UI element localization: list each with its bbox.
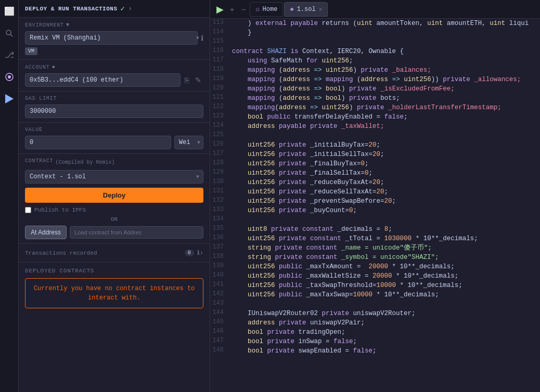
account-section: ACCOUNT ● 0x5B3...eddC4 (100 ether) ⎘ ✎: [19, 60, 210, 92]
line-content: uint256 private _finalBuyTax=0;: [232, 159, 536, 168]
search-icon[interactable]: [2, 26, 17, 41]
line-content: IUniswapV2Router02 private uniswapV2Rout…: [232, 309, 536, 318]
table-row: 133 uint256 private _buyCount=0;: [210, 206, 540, 215]
source-control-icon[interactable]: ⎇: [2, 48, 17, 62]
line-number: 147: [210, 337, 232, 344]
table-row: 114 }: [210, 28, 540, 37]
account-info-icon[interactable]: ●: [52, 64, 56, 70]
tab-file-label: 1.sol: [297, 6, 316, 13]
table-row: 148 bool private swapEnabled = false;: [210, 346, 540, 356]
table-row: 145 address private uniswapV2Pair;: [210, 318, 540, 328]
value-input[interactable]: [25, 136, 171, 149]
line-content: uint256 private _reduceSellTaxAt=20;: [232, 187, 536, 197]
line-number: 142: [210, 290, 232, 297]
editor-area: ▶ + − ⌂ Home ◈ 1.sol ✕ 113 ) external pa…: [210, 0, 540, 392]
icon-bar: ⬜ ⎇: [0, 0, 19, 392]
deploy-icon[interactable]: [2, 92, 17, 106]
copy-account-btn[interactable]: ⎘: [183, 75, 191, 85]
env-select[interactable]: Remix VM (Shanghai): [25, 31, 198, 45]
account-select[interactable]: 0x5B3...eddC4 (100 ether): [25, 73, 181, 87]
line-content: uint256 public _maxTxAmount = 20000 * 10…: [232, 262, 536, 271]
home-icon: ⌂: [255, 6, 259, 13]
table-row: 141 uint256 public _taxSwapThreshold=100…: [210, 281, 540, 290]
line-number: 117: [210, 56, 232, 63]
line-number: 134: [210, 215, 232, 223]
plugin-icon[interactable]: [2, 70, 17, 84]
line-number: 133: [210, 206, 232, 213]
line-content: bool private swapEnabled = false;: [232, 346, 536, 356]
table-row: 122 mapping(address => uint256) private …: [210, 103, 540, 112]
code-container[interactable]: 113 ) external payable returns (uint amo…: [210, 19, 540, 392]
line-content: uint256 private _preventSwapBefore=20;: [232, 197, 536, 206]
tab-file[interactable]: ◈ 1.sol ✕: [284, 2, 328, 17]
table-row: 123 bool public transferDelayEnabled = f…: [210, 112, 540, 122]
line-content: using SafeMath for uint256;: [232, 56, 536, 66]
line-number: 113: [210, 19, 232, 26]
table-row: 129 uint256 private _finalSellTax=0;: [210, 168, 540, 178]
line-content: }: [232, 28, 536, 37]
transactions-row[interactable]: Transactions recorded 0 ℹ ›: [19, 244, 210, 263]
load-contract-button[interactable]: Load contract from Addres: [70, 226, 203, 239]
line-number: 135: [210, 225, 232, 232]
vm-badge: VM: [25, 47, 37, 55]
publish-ipfs-label: Publish to IPFS: [34, 207, 86, 213]
table-row: 117 using SafeMath for uint256;: [210, 56, 540, 66]
zoom-in-button[interactable]: +: [227, 3, 237, 16]
line-number: 146: [210, 328, 232, 335]
files-icon[interactable]: ⬜: [2, 4, 17, 19]
line-number: 138: [210, 253, 232, 260]
line-number: 130: [210, 178, 232, 185]
env-info-btn[interactable]: ℹ: [201, 34, 203, 43]
line-number: 122: [210, 103, 232, 110]
line-content: uint256 private _reduceBuyTaxAt=20;: [232, 178, 536, 187]
line-number: 132: [210, 197, 232, 204]
table-row: 121 mapping (address => bool) private bo…: [210, 94, 540, 103]
table-row: 113 ) external payable returns (uint amo…: [210, 19, 540, 28]
line-content: string private constant _symbol = unicod…: [232, 253, 536, 262]
edit-account-btn[interactable]: ✎: [193, 75, 203, 85]
tab-home[interactable]: ⌂ Home: [250, 2, 283, 17]
contract-label: CONTRACT: [25, 158, 53, 164]
zoom-out-button[interactable]: −: [238, 3, 249, 16]
file-icon: ◈: [290, 5, 293, 13]
line-content: address private uniswapV2Pair;: [232, 318, 536, 328]
line-content: ) external payable returns (uint amountT…: [232, 19, 536, 28]
deployed-contracts-section: Deployed Contracts Currently you have no…: [19, 263, 210, 313]
table-row: 136 uint256 private constant _tTotal = 1…: [210, 234, 540, 243]
line-number: 136: [210, 234, 232, 241]
line-number: 140: [210, 271, 232, 279]
table-row: 132 uint256 private _preventSwapBefore=2…: [210, 197, 540, 206]
line-number: 145: [210, 318, 232, 325]
deploy-button[interactable]: Deploy: [25, 188, 203, 203]
table-row: 119 mapping (address => mapping (address…: [210, 75, 540, 84]
tab-close-icon[interactable]: ✕: [319, 6, 323, 12]
tab-home-label: Home: [263, 6, 278, 13]
table-row: 127 uint256 private _initialSellTax=20;: [210, 150, 540, 159]
line-number: 144: [210, 309, 232, 316]
line-content: uint256 private constant _tTotal = 10300…: [232, 234, 536, 243]
deployed-title: Deployed Contracts: [25, 268, 203, 274]
contract-sublabel: (Compiled by Remix): [55, 160, 114, 165]
table-row: 144 IUniswapV2Router02 private uniswapV2…: [210, 309, 540, 318]
line-number: 120: [210, 84, 232, 92]
gas-limit-input[interactable]: [25, 104, 203, 118]
table-row: 120 mapping (address => bool) private _i…: [210, 84, 540, 94]
run-button[interactable]: ▶: [214, 2, 226, 17]
line-content: mapping (address => bool) private _isExc…: [232, 84, 536, 94]
line-number: 123: [210, 112, 232, 120]
contract-select[interactable]: Context - 1.sol: [25, 170, 203, 184]
table-row: 125: [210, 131, 540, 140]
account-label: ACCOUNT ●: [25, 64, 203, 70]
gas-limit-label: GAS LIMIT: [25, 96, 203, 101]
env-info-icon[interactable]: ▼: [66, 22, 70, 28]
contract-section: CONTRACT (Compiled by Remix) Context - 1…: [19, 154, 210, 244]
table-row: 126 uint256 private _initialBuyTax=20;: [210, 140, 540, 150]
publish-ipfs-checkbox[interactable]: [25, 207, 31, 213]
panel-title: DEPLOY & RUN TRANSACTIONS ✓ ›: [25, 4, 132, 13]
line-number: 116: [210, 47, 232, 54]
at-address-button[interactable]: At Address: [25, 226, 67, 239]
table-row: 135 uint8 private constant _decimals = 8…: [210, 225, 540, 234]
line-content: mapping(address => uint256) private _hol…: [232, 103, 536, 112]
value-unit-select[interactable]: Wei: [174, 136, 203, 149]
svg-line-1: [10, 34, 12, 36]
